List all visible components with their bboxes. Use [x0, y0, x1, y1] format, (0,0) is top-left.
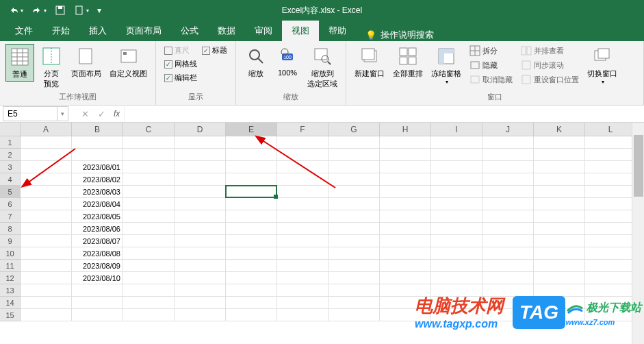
- cell-I8[interactable]: [431, 223, 482, 235]
- tab-home[interactable]: 开始: [42, 21, 79, 41]
- row-header-8[interactable]: 8: [0, 223, 21, 235]
- row-header-6[interactable]: 6: [0, 198, 21, 210]
- cell-G15[interactable]: [329, 309, 380, 321]
- tell-me[interactable]: 💡 操作说明搜索: [361, 29, 434, 41]
- cell-F6[interactable]: [277, 198, 329, 210]
- col-header-J[interactable]: J: [482, 123, 534, 136]
- cell-C5[interactable]: [123, 186, 175, 198]
- row-header-14[interactable]: 14: [0, 297, 21, 309]
- cell-L10[interactable]: [585, 247, 636, 260]
- cell-H7[interactable]: [380, 210, 431, 223]
- cell-L11[interactable]: [585, 260, 636, 272]
- cell-H12[interactable]: [380, 272, 431, 284]
- cell-A3[interactable]: [21, 161, 72, 173]
- qat-customize[interactable]: ▾: [94, 4, 104, 16]
- row-header-10[interactable]: 10: [0, 247, 21, 260]
- col-header-I[interactable]: I: [431, 123, 482, 136]
- cell-C10[interactable]: [123, 247, 175, 260]
- cell-E5[interactable]: [226, 186, 277, 198]
- cell-I9[interactable]: [431, 235, 482, 247]
- cell-A1[interactable]: [21, 136, 72, 149]
- cell-B6[interactable]: 2023/08/04: [72, 198, 123, 210]
- cell-D3[interactable]: [175, 161, 226, 173]
- cell-J7[interactable]: [482, 210, 534, 223]
- cell-C4[interactable]: [123, 173, 175, 186]
- cell-E11[interactable]: [226, 260, 277, 272]
- cell-D13[interactable]: [175, 284, 226, 297]
- spreadsheet-grid[interactable]: ABCDEFGHIJKL 123456789101112131415 2023/…: [0, 123, 644, 344]
- cell-G14[interactable]: [329, 297, 380, 309]
- cell-A6[interactable]: [21, 198, 72, 210]
- cell-I7[interactable]: [431, 210, 482, 223]
- cell-F11[interactable]: [277, 260, 329, 272]
- cell-J12[interactable]: [482, 272, 534, 284]
- cell-I10[interactable]: [431, 247, 482, 260]
- custom-view-button[interactable]: 自定义视图: [107, 44, 150, 80]
- cell-E1[interactable]: [226, 136, 277, 149]
- cell-F12[interactable]: [277, 272, 329, 284]
- cell-D12[interactable]: [175, 272, 226, 284]
- zoom-button[interactable]: 缩放: [242, 44, 270, 80]
- cell-B13[interactable]: [72, 284, 123, 297]
- row-header-12[interactable]: 12: [0, 272, 21, 284]
- cell-B7[interactable]: 2023/08/05: [72, 210, 123, 223]
- tab-data[interactable]: 数据: [208, 21, 245, 41]
- row-header-5[interactable]: 5: [0, 186, 21, 198]
- cell-F8[interactable]: [277, 223, 329, 235]
- row-headers[interactable]: 123456789101112131415: [0, 136, 21, 321]
- pagelayout-view-button[interactable]: 页面布局: [68, 44, 104, 80]
- cell-A7[interactable]: [21, 210, 72, 223]
- tab-view[interactable]: 视图: [282, 21, 319, 41]
- cell-B3[interactable]: 2023/08/01: [72, 161, 123, 173]
- cell-I6[interactable]: [431, 198, 482, 210]
- cell-A10[interactable]: [21, 247, 72, 260]
- cell-K5[interactable]: [534, 186, 585, 198]
- cell-A2[interactable]: [21, 149, 72, 161]
- cell-A14[interactable]: [21, 297, 72, 309]
- cell-E2[interactable]: [226, 149, 277, 161]
- cell-F13[interactable]: [277, 284, 329, 297]
- cell-C2[interactable]: [123, 149, 175, 161]
- cell-E4[interactable]: [226, 173, 277, 186]
- cell-K6[interactable]: [534, 198, 585, 210]
- cell-D1[interactable]: [175, 136, 226, 149]
- cell-K9[interactable]: [534, 235, 585, 247]
- cell-L9[interactable]: [585, 235, 636, 247]
- cell-G1[interactable]: [329, 136, 380, 149]
- cell-D15[interactable]: [175, 309, 226, 321]
- cell-K7[interactable]: [534, 210, 585, 223]
- cell-I11[interactable]: [431, 260, 482, 272]
- col-header-D[interactable]: D: [175, 123, 226, 136]
- row-header-15[interactable]: 15: [0, 309, 21, 321]
- cell-L13[interactable]: [585, 284, 636, 297]
- cell-E9[interactable]: [226, 235, 277, 247]
- name-box[interactable]: E5: [3, 106, 57, 121]
- cell-G6[interactable]: [329, 198, 380, 210]
- row-header-1[interactable]: 1: [0, 136, 21, 149]
- col-header-E[interactable]: E: [226, 123, 277, 136]
- cell-E14[interactable]: [226, 297, 277, 309]
- cell-K8[interactable]: [534, 223, 585, 235]
- cell-F1[interactable]: [277, 136, 329, 149]
- col-header-A[interactable]: A: [21, 123, 72, 136]
- cell-J3[interactable]: [482, 161, 534, 173]
- cell-I3[interactable]: [431, 161, 482, 173]
- col-header-L[interactable]: L: [585, 123, 636, 136]
- cell-H5[interactable]: [380, 186, 431, 198]
- row-header-9[interactable]: 9: [0, 235, 21, 247]
- zoom-100-button[interactable]: 100 100%: [273, 44, 302, 78]
- cell-H10[interactable]: [380, 247, 431, 260]
- cell-F9[interactable]: [277, 235, 329, 247]
- cell-E3[interactable]: [226, 161, 277, 173]
- cell-F10[interactable]: [277, 247, 329, 260]
- undo-button[interactable]: ▾: [5, 3, 26, 17]
- cell-G9[interactable]: [329, 235, 380, 247]
- cell-D9[interactable]: [175, 235, 226, 247]
- tab-insert[interactable]: 插入: [79, 21, 116, 41]
- col-header-G[interactable]: G: [329, 123, 380, 136]
- cell-J6[interactable]: [482, 198, 534, 210]
- new-window-button[interactable]: 新建窗口: [352, 44, 387, 80]
- tab-review[interactable]: 审阅: [245, 21, 282, 41]
- cell-L8[interactable]: [585, 223, 636, 235]
- select-all-corner[interactable]: [0, 123, 21, 136]
